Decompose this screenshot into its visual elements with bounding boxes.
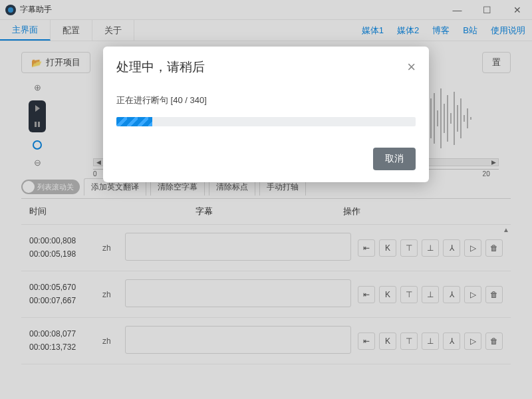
modal-status-text: 正在进行断句 [40 / 340] <box>116 94 416 106</box>
modal-title: 处理中，请稍后 <box>116 59 205 76</box>
processing-modal: 处理中，请稍后 × 正在进行断句 [40 / 340] 取消 <box>103 47 429 182</box>
progress-bar <box>116 117 416 126</box>
modal-overlay: 处理中，请稍后 × 正在进行断句 [40 / 340] 取消 <box>0 0 532 399</box>
modal-close-button[interactable]: × <box>407 59 416 76</box>
progress-fill <box>116 117 152 126</box>
cancel-button[interactable]: 取消 <box>373 148 416 170</box>
